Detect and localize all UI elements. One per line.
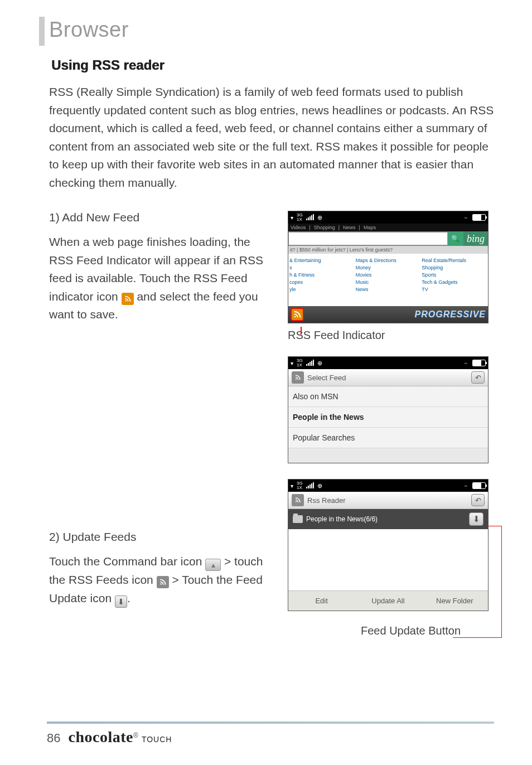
search-icon[interactable]: 🔍 [449,233,462,245]
signal-icon: ▾ [291,360,293,366]
rss-reader-title: Rss Reader [307,496,346,505]
screenshot-rss-reader: ▾ 3G1X ⊕ ⌁ Rss Reader ↶ [288,479,489,611]
svg-point-4 [296,501,297,502]
brand-name: chocolate [68,728,133,745]
footer-new-folder[interactable]: New Folder [422,591,488,611]
page-number: 86 [47,731,60,745]
signal-bars-icon [306,483,314,488]
feed-row[interactable]: People in the News(6/6) ⬇ [288,509,488,529]
folder-icon [293,515,303,523]
footer-update-all[interactable]: Update All [355,591,421,611]
subnav-item[interactable]: News [343,225,356,230]
rss-reader-footer: Edit Update All New Folder [288,590,488,611]
feed-update-button[interactable]: ⬇ [469,512,483,526]
rss-feeds-icon [157,576,169,588]
svg-point-1 [160,583,161,584]
link-item[interactable]: Tech & Gadgets [422,279,487,285]
bluetooth-icon: ⌁ [464,482,468,490]
link-item[interactable]: s [289,265,355,270]
brand-suffix: TOUCH [142,735,172,744]
link-item[interactable]: Real Estate/Rentals [422,258,487,263]
signal-bars-icon [306,360,314,366]
rss-icon [292,494,304,506]
battery-icon [472,360,486,366]
globe-icon: ⊕ [317,214,322,221]
globe-icon: ⊕ [317,482,322,490]
link-item[interactable]: Sports [422,272,487,278]
blank-area [288,529,488,590]
side-rule [39,17,45,46]
ad-progressive: PROGRESSIVE [415,309,486,319]
feed-name: People in the News(6/6) [306,515,378,523]
link-columns: & Entertaining s h & Fitness copes yle M… [288,254,488,306]
link-item[interactable]: yle [289,287,355,292]
subnav-item[interactable]: Maps [364,225,376,230]
status-bar: ▾ 3G1X ⊕ ⌁ [288,357,488,369]
registered-mark: ® [133,732,138,739]
uf-frag1: Touch the Command bar icon [49,555,205,568]
footer-rule [47,722,494,724]
select-feed-header: Select Feed ↶ [288,369,488,386]
rss-icon [292,371,304,384]
rss-strip: PROGRESSIVE [288,306,488,323]
subheading-add-feed: 1) Add New Feed [49,211,270,224]
rss-feed-indicator-icon[interactable] [291,308,304,321]
browser-subnav: Videos | Shopping | News | Maps [288,224,488,231]
blank-row [288,448,488,463]
page-footer: 86 chocolate® TOUCH [47,728,172,746]
signal-icon: ▾ [291,215,293,221]
news-ticker: it? | $550 million for jets? | Leno's fi… [288,246,488,254]
link-item[interactable]: copes [289,279,355,285]
svg-point-3 [296,379,297,380]
select-feed-title: Select Feed [307,374,346,382]
battery-icon [472,214,486,221]
subheading-update-feeds: 2) Update Feeds [49,530,270,544]
link-item[interactable]: Maps & Directions [356,258,421,263]
bluetooth-icon: ⌁ [464,214,468,221]
status-bar: ▾ 3G1X ⊕ ⌁ [288,211,488,224]
subnav-item[interactable]: Shopping [314,225,335,230]
rss-reader-header: Rss Reader ↶ [288,492,488,509]
caption-rss-indicator: RSS Feed Indicator [288,329,494,342]
callout-line [501,526,502,637]
section-title: Using RSS reader [51,57,494,73]
bluetooth-icon: ⌁ [464,360,468,367]
rss-indicator-icon [122,293,134,305]
uf-period: . [127,592,130,604]
search-row: 🔍 bing [288,231,488,246]
link-item[interactable]: & Entertaining [289,258,355,263]
feed-option[interactable]: People in the News [288,407,488,428]
link-item[interactable]: Shopping [422,265,487,270]
back-button[interactable]: ↶ [471,494,485,506]
link-item[interactable]: TV [422,287,487,292]
link-item[interactable]: Music [356,279,421,285]
feed-update-icon: ⬇ [115,595,127,608]
callout-line [453,637,502,638]
callout-line [301,327,302,335]
caption-feed-update: Feed Update Button [288,624,461,637]
link-item[interactable]: h & Fitness [289,272,355,278]
screenshot-browser: ▾ 3G1X ⊕ ⌁ Videos | Shopping | News | Ma… [288,211,489,323]
add-feed-text: When a web page finishes loading, the RS… [49,233,270,324]
intro-paragraph: RSS (Really Simple Syndication) is a fam… [49,83,494,192]
signal-bars-icon [306,215,314,220]
footer-edit[interactable]: Edit [288,591,355,611]
link-item[interactable]: Movies [356,272,421,278]
feed-option[interactable]: Also on MSN [288,386,488,407]
chapter-heading: Browser [49,18,494,42]
link-item[interactable]: News [356,287,421,292]
globe-icon: ⊕ [317,360,322,367]
screenshot-select-feed: ▾ 3G1X ⊕ ⌁ Select Feed ↶ [288,356,489,463]
back-button[interactable]: ↶ [471,371,485,384]
command-bar-icon: ▴ [205,559,221,571]
bing-logo: bing [463,231,488,246]
svg-point-2 [294,316,296,318]
feed-option[interactable]: Popular Searches [288,428,488,448]
battery-icon [472,482,486,489]
update-feeds-text: Touch the Command bar icon ▴ > touch the… [49,553,270,608]
status-bar: ▾ 3G1X ⊕ ⌁ [288,480,488,492]
search-input[interactable] [288,232,448,245]
subnav-item[interactable]: Videos [291,225,306,230]
link-item[interactable]: Money [356,265,421,270]
callout-line [487,526,502,526]
